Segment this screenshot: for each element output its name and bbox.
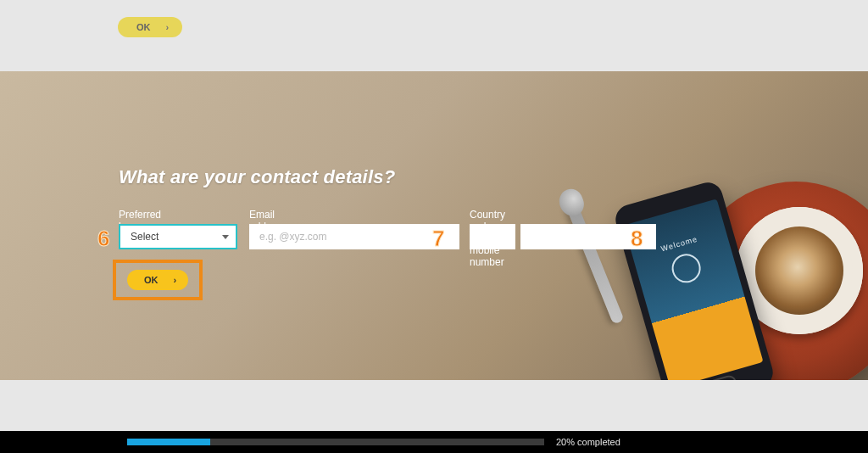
callout-number-8: 8: [631, 226, 643, 252]
progress-footer: 20% completed: [0, 431, 868, 453]
progress-label: 20% completed: [556, 437, 620, 447]
country-code-input[interactable]: [470, 224, 515, 249]
spacer: [0, 380, 868, 431]
ok-button-main-label: OK: [144, 275, 159, 285]
preferred-language-select[interactable]: Select: [119, 224, 237, 249]
chevron-right-icon: ›: [173, 275, 176, 285]
ok-button-top[interactable]: OK ›: [118, 17, 182, 37]
ok-button-top-label: OK: [136, 22, 151, 32]
preferred-language-selected-value: Select: [131, 231, 159, 243]
ok-button-main[interactable]: OK ›: [127, 270, 188, 290]
progress-fill: [127, 439, 210, 445]
chevron-down-icon: [222, 235, 229, 239]
lock-icon: [669, 250, 704, 286]
hero-panel: Welcome What are your contact details? P…: [0, 71, 868, 380]
ok-button-highlight-box: OK ›: [113, 260, 203, 300]
callout-number-7: 7: [432, 226, 444, 252]
chevron-right-icon: ›: [166, 22, 170, 32]
section-heading: What are your contact details?: [119, 166, 395, 188]
progress-track: [127, 439, 544, 445]
email-input[interactable]: [249, 224, 459, 249]
callout-number-6: 6: [97, 226, 109, 252]
